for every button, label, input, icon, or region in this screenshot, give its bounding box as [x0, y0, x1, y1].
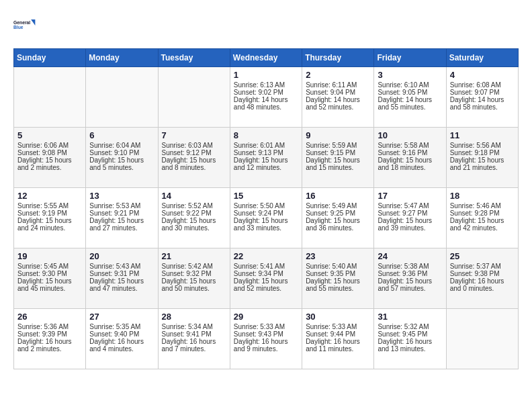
day-number: 4: [450, 70, 515, 80]
calendar-cell: 25Sunrise: 5:37 AMSunset: 9:38 PMDayligh…: [446, 248, 518, 309]
day-number: 13: [89, 191, 154, 201]
calendar-cell: 21Sunrise: 5:42 AMSunset: 9:32 PMDayligh…: [158, 248, 230, 309]
day-number: 9: [306, 130, 370, 140]
cell-content: Sunset: 9:43 PM: [234, 330, 298, 338]
cell-content: Sunset: 9:25 PM: [306, 210, 370, 217]
cell-content: Sunrise: 6:03 AM: [162, 142, 226, 149]
column-header-monday: Monday: [86, 49, 158, 67]
day-number: 23: [306, 251, 370, 261]
day-number: 5: [17, 130, 82, 140]
cell-content: Daylight: 15 hours and 24 minutes.: [17, 217, 82, 232]
day-number: 6: [89, 130, 154, 140]
calendar-cell: 2Sunrise: 6:11 AMSunset: 9:04 PMDaylight…: [302, 67, 374, 128]
cell-content: Sunrise: 5:58 AM: [378, 142, 442, 149]
calendar-cell: 6Sunrise: 6:04 AMSunset: 9:10 PMDaylight…: [86, 128, 158, 188]
cell-content: Daylight: 16 hours and 9 minutes.: [234, 338, 298, 353]
calendar-cell: 27Sunrise: 5:35 AMSunset: 9:40 PMDayligh…: [86, 309, 158, 369]
logo: GeneralBlue: [13, 13, 38, 38]
cell-content: Sunrise: 5:56 AM: [450, 142, 515, 149]
cell-content: Sunrise: 6:04 AM: [89, 142, 154, 149]
cell-content: Daylight: 14 hours and 58 minutes.: [450, 96, 515, 111]
cell-content: Sunset: 9:18 PM: [450, 149, 515, 156]
cell-content: Sunset: 9:13 PM: [234, 149, 298, 156]
cell-content: Daylight: 15 hours and 5 minutes.: [89, 156, 154, 171]
calendar-cell: 29Sunrise: 5:33 AMSunset: 9:43 PMDayligh…: [230, 309, 302, 369]
cell-content: Sunset: 9:07 PM: [450, 89, 515, 96]
day-number: 2: [306, 70, 370, 80]
calendar-cell: 1Sunrise: 6:13 AMSunset: 9:02 PMDaylight…: [230, 67, 302, 128]
day-number: 27: [89, 312, 154, 322]
cell-content: Sunrise: 5:33 AM: [306, 323, 370, 330]
day-number: 28: [162, 312, 226, 322]
cell-content: Sunrise: 5:52 AM: [162, 202, 226, 210]
day-number: 8: [234, 130, 298, 140]
cell-content: Sunset: 9:19 PM: [17, 210, 82, 217]
cell-content: Sunrise: 5:45 AM: [17, 263, 82, 270]
calendar-cell: [158, 67, 230, 128]
cell-content: Sunset: 9:16 PM: [378, 149, 442, 156]
cell-content: Daylight: 15 hours and 21 minutes.: [450, 156, 515, 171]
cell-content: Sunrise: 5:34 AM: [162, 323, 226, 330]
column-header-wednesday: Wednesday: [230, 49, 302, 67]
svg-marker-2: [31, 19, 35, 26]
calendar-cell: 13Sunrise: 5:53 AMSunset: 9:21 PMDayligh…: [86, 188, 158, 248]
calendar-cell: [14, 67, 86, 128]
day-number: 20: [89, 251, 154, 261]
cell-content: Daylight: 15 hours and 55 minutes.: [306, 277, 370, 292]
calendar-cell: 12Sunrise: 5:55 AMSunset: 9:19 PMDayligh…: [14, 188, 86, 248]
cell-content: Daylight: 15 hours and 47 minutes.: [89, 277, 154, 292]
column-header-sunday: Sunday: [14, 49, 86, 67]
cell-content: Sunset: 9:05 PM: [378, 89, 442, 96]
cell-content: Daylight: 16 hours and 2 minutes.: [17, 338, 82, 353]
cell-content: Daylight: 14 hours and 48 minutes.: [234, 96, 298, 111]
column-header-saturday: Saturday: [446, 49, 518, 67]
calendar-cell: 11Sunrise: 5:56 AMSunset: 9:18 PMDayligh…: [446, 128, 518, 188]
day-number: 24: [378, 251, 442, 261]
day-number: 14: [162, 191, 226, 201]
calendar-cell: 31Sunrise: 5:32 AMSunset: 9:45 PMDayligh…: [374, 309, 446, 369]
day-number: 25: [450, 251, 515, 261]
calendar-table: SundayMondayTuesdayWednesdayThursdayFrid…: [13, 48, 519, 369]
calendar-cell: 23Sunrise: 5:40 AMSunset: 9:35 PMDayligh…: [302, 248, 374, 309]
calendar-cell: 8Sunrise: 6:01 AMSunset: 9:13 PMDaylight…: [230, 128, 302, 188]
day-number: 21: [162, 251, 226, 261]
day-number: 16: [306, 191, 370, 201]
cell-content: Sunrise: 5:36 AM: [17, 323, 82, 330]
cell-content: Sunset: 9:22 PM: [162, 210, 226, 217]
cell-content: Sunrise: 5:43 AM: [89, 263, 154, 270]
cell-content: Sunset: 9:04 PM: [306, 89, 370, 96]
calendar-cell: 16Sunrise: 5:49 AMSunset: 9:25 PMDayligh…: [302, 188, 374, 248]
calendar-cell: 20Sunrise: 5:43 AMSunset: 9:31 PMDayligh…: [86, 248, 158, 309]
cell-content: Sunrise: 5:41 AM: [234, 263, 298, 270]
cell-content: Sunrise: 5:53 AM: [89, 202, 154, 210]
calendar-cell: 5Sunrise: 6:06 AMSunset: 9:08 PMDaylight…: [14, 128, 86, 188]
cell-content: Daylight: 15 hours and 15 minutes.: [306, 156, 370, 171]
day-number: 11: [450, 130, 515, 140]
calendar-cell: 22Sunrise: 5:41 AMSunset: 9:34 PMDayligh…: [230, 248, 302, 309]
cell-content: Daylight: 15 hours and 42 minutes.: [450, 217, 515, 232]
cell-content: Daylight: 16 hours and 13 minutes.: [378, 338, 442, 353]
cell-content: Daylight: 16 hours and 0 minutes.: [450, 277, 515, 292]
calendar-week-row: 26Sunrise: 5:36 AMSunset: 9:39 PMDayligh…: [14, 309, 519, 369]
cell-content: Sunrise: 5:55 AM: [17, 202, 82, 210]
day-number: 30: [306, 312, 370, 322]
cell-content: Sunrise: 6:11 AM: [306, 81, 370, 89]
cell-content: Sunrise: 5:33 AM: [234, 323, 298, 330]
calendar-cell: 4Sunrise: 6:08 AMSunset: 9:07 PMDaylight…: [446, 67, 518, 128]
cell-content: Sunrise: 5:32 AM: [378, 323, 442, 330]
calendar-header-row: SundayMondayTuesdayWednesdayThursdayFrid…: [14, 49, 519, 67]
cell-content: Daylight: 16 hours and 7 minutes.: [162, 338, 226, 353]
cell-content: Sunset: 9:08 PM: [17, 149, 82, 156]
cell-content: Sunset: 9:39 PM: [17, 330, 82, 338]
cell-content: Sunset: 9:28 PM: [450, 210, 515, 217]
svg-text:General: General: [13, 20, 30, 25]
calendar-cell: 28Sunrise: 5:34 AMSunset: 9:41 PMDayligh…: [158, 309, 230, 369]
cell-content: Daylight: 15 hours and 18 minutes.: [378, 156, 442, 171]
cell-content: Sunrise: 5:38 AM: [378, 263, 442, 270]
cell-content: Sunset: 9:40 PM: [89, 330, 154, 338]
column-header-tuesday: Tuesday: [158, 49, 230, 67]
cell-content: Sunset: 9:41 PM: [162, 330, 226, 338]
cell-content: Sunset: 9:36 PM: [378, 270, 442, 277]
cell-content: Sunrise: 5:50 AM: [234, 202, 298, 210]
cell-content: Sunrise: 6:06 AM: [17, 142, 82, 149]
